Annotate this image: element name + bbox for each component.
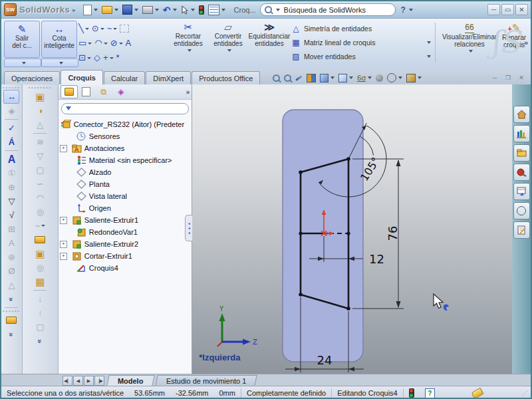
configuration-manager-tab[interactable]: ⧉ — [95, 85, 112, 98]
file-explorer-tab[interactable] — [513, 144, 530, 162]
sketch-text-button[interactable]: A — [126, 38, 132, 49]
lofted-boss-button[interactable]: ≋ — [32, 135, 48, 149]
tree-item-anotaciones[interactable]: + A Anotaciones — [60, 142, 192, 154]
panel-splitter-handle[interactable]: ◂◂◂ — [185, 215, 192, 241]
tree-item-material[interactable]: Material <sin especificar> — [60, 154, 192, 166]
scroll-right-button[interactable]: ▶ — [84, 376, 94, 386]
status-rebuild-indicator[interactable] — [404, 388, 420, 398]
appearances-tab[interactable] — [513, 202, 530, 219]
move-entities-button[interactable]: ▨ Mover entidades — [290, 49, 431, 63]
dim-offset[interactable]: 12 — [369, 252, 384, 266]
bend-button[interactable] — [32, 233, 48, 247]
save-button[interactable] — [120, 3, 140, 17]
undo-button[interactable]: ↶ — [161, 3, 179, 17]
select-button[interactable] — [179, 3, 197, 17]
model-tab[interactable]: Modelo — [106, 375, 154, 386]
search-box[interactable] — [260, 3, 396, 16]
menu-expand-arrow-icon[interactable]: ▸ — [72, 7, 76, 13]
dim-width[interactable]: 24 — [317, 353, 332, 367]
apply-scene-button[interactable] — [387, 73, 402, 82]
zoom-to-fit-button[interactable] — [273, 74, 280, 82]
pattern-button[interactable]: ▦ — [32, 275, 48, 289]
spline-tool-button[interactable]: ~ — [107, 23, 118, 34]
display-style-button[interactable] — [338, 74, 353, 82]
scroll-left-button[interactable]: ◀ — [73, 376, 83, 386]
spell-check-button[interactable]: ✓ — [3, 121, 19, 135]
hole-callout-button[interactable]: Ø — [3, 264, 19, 278]
dimxpert-manager-tab[interactable]: ◈ — [112, 85, 130, 98]
new-document-button[interactable] — [81, 3, 100, 17]
smart-dimension-button[interactable]: ↔ Cota inteligente — [41, 21, 77, 58]
shell-button[interactable]: ◎ — [32, 261, 48, 275]
ribbon-overflow-chevron[interactable]: » — [524, 39, 528, 47]
help-dropdown-icon[interactable] — [409, 9, 413, 11]
motion-study-tab[interactable]: Estudio de movimiento 1 — [155, 375, 257, 386]
doc-restore-button[interactable]: ❐ — [503, 73, 513, 82]
dome-button[interactable]: ▢ — [32, 320, 48, 334]
auto-balloon-button[interactable]: ⊕ — [3, 180, 19, 194]
view-orientation-button[interactable] — [320, 74, 334, 82]
polygon-tool-button[interactable]: ◇ — [94, 53, 100, 63]
toolbox-tab[interactable] — [513, 164, 530, 181]
expand-toggle[interactable]: + — [60, 145, 67, 152]
extruded-boss-button[interactable]: ▣ — [32, 90, 48, 104]
lofted-cut-button[interactable]: ~ — [32, 219, 48, 233]
graphics-viewport[interactable]: 105° 76 12 24 Y Z — [192, 84, 512, 374]
balloon-button[interactable]: ① — [3, 166, 19, 180]
datum-feature-button[interactable]: A — [3, 236, 19, 250]
help-button[interactable]: ? — [401, 5, 406, 15]
format-painter-button[interactable]: Á — [3, 135, 19, 149]
tab-productos-office[interactable]: Productos Office — [192, 71, 260, 84]
maximize-button[interactable]: ▭ — [501, 4, 514, 15]
tree-item-croquis4[interactable]: Croquis4 — [60, 262, 192, 274]
expand-toggle[interactable]: + — [60, 253, 67, 260]
expand-toggle[interactable]: + — [60, 241, 67, 248]
feature-tree-tab[interactable] — [61, 85, 78, 98]
scroll-first-button[interactable]: ◀▏ — [63, 376, 72, 386]
options-button[interactable] — [206, 3, 227, 17]
tree-item-saliente-extruir2[interactable]: + Saliente-Extruir2 — [60, 238, 192, 250]
draft-button[interactable]: ↑ — [32, 306, 48, 320]
exit-sketch-button[interactable]: ✎ Salir del c... — [4, 21, 40, 58]
doc-close-button[interactable]: ✕ — [516, 73, 527, 82]
arc-tool-button[interactable]: ◠ — [94, 38, 107, 49]
zoom-previous-button[interactable] — [295, 77, 303, 79]
toolbar-more-chevron[interactable]: » — [32, 334, 48, 348]
tree-item-alzado[interactable]: Alzado — [60, 166, 192, 178]
hide-show-items-button[interactable]: 6σ — [357, 74, 372, 82]
view-palette-tab[interactable] — [513, 183, 530, 200]
tree-item-sensores[interactable]: Sensores — [60, 130, 192, 142]
offset-entities-button[interactable]: ≫ Equidistanciar entidades — [249, 21, 290, 58]
tree-item-planta[interactable]: Planta — [60, 178, 192, 190]
doc-minimize-button[interactable]: ─ — [489, 73, 500, 82]
view-settings-button[interactable] — [406, 74, 422, 82]
close-button[interactable]: ✕ — [515, 4, 528, 15]
print-button[interactable] — [140, 3, 161, 17]
toolbar-more-chevron[interactable]: » — [3, 327, 19, 341]
panel-tabs-overflow-chevron[interactable]: » — [186, 88, 190, 96]
tree-item-cortar-extruir1[interactable]: + Cortar-Extruir1 — [60, 250, 192, 262]
zoom-to-area-button[interactable] — [284, 74, 291, 82]
weld-symbol-button[interactable]: ▽ — [3, 194, 19, 208]
property-manager-tab[interactable] — [78, 85, 95, 98]
tab-croquis[interactable]: Croquis — [61, 70, 103, 84]
rib-button[interactable]: ↓ — [32, 292, 48, 306]
tree-item-redondeovar1[interactable]: RedondeoVar1 — [60, 226, 192, 238]
tree-item-vista-lateral[interactable]: Vista lateral — [60, 190, 192, 202]
revision-symbol-button[interactable]: △ — [3, 278, 19, 292]
section-view-button[interactable] — [307, 74, 316, 82]
slot-tool-button[interactable]: ⊡ — [78, 53, 91, 63]
design-library-tab[interactable] — [513, 125, 530, 142]
circle-tool-button[interactable]: ⊙ — [92, 23, 104, 34]
swept-boss-button[interactable]: △ — [32, 118, 48, 132]
smart-dimension-tool-button[interactable]: ↔ — [3, 90, 19, 104]
scroll-last-button[interactable]: ▕▶ — [94, 376, 104, 386]
search-dropdown-icon[interactable] — [276, 9, 280, 11]
tree-filter-input[interactable] — [61, 103, 190, 114]
sketch-picture-button[interactable] — [120, 25, 129, 33]
dim-height[interactable]: 76 — [386, 226, 400, 241]
swept-cut-button[interactable]: ◎ — [32, 205, 48, 219]
status-tag-button[interactable] — [467, 388, 488, 398]
magnifying-ai-button[interactable]: ⊛ — [3, 250, 19, 264]
line-tool-button[interactable]: ╲ — [78, 23, 89, 34]
